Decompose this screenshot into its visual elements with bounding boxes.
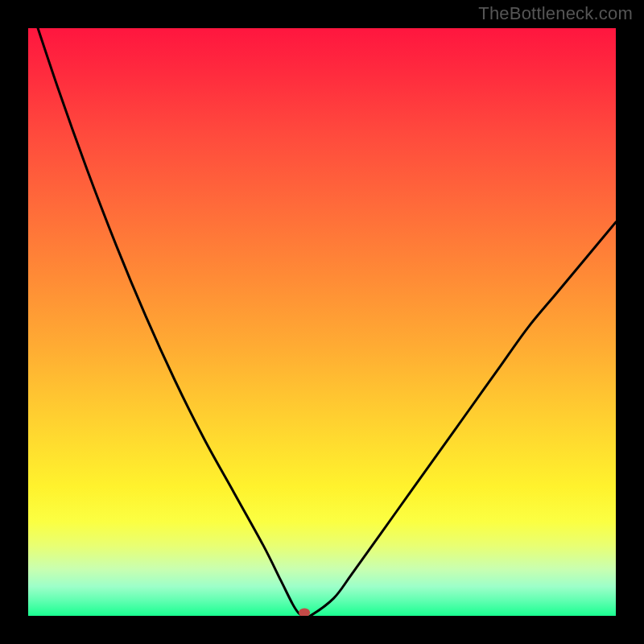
watermark-text: TheBottleneck.com (478, 3, 633, 24)
minimum-marker (299, 609, 310, 617)
plot-area (28, 28, 616, 616)
curve-layer (28, 28, 616, 616)
bottleneck-curve (28, 28, 616, 616)
chart-frame: TheBottleneck.com (0, 0, 644, 644)
